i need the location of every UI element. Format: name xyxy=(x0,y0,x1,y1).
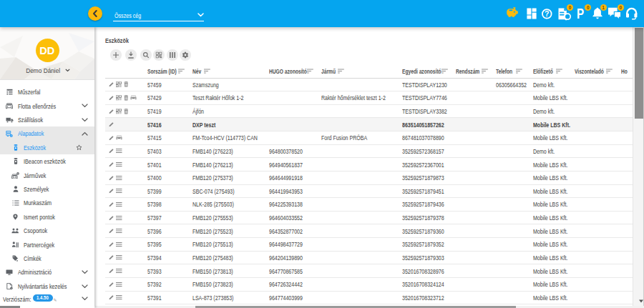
svg-text:?: ? xyxy=(545,9,549,18)
